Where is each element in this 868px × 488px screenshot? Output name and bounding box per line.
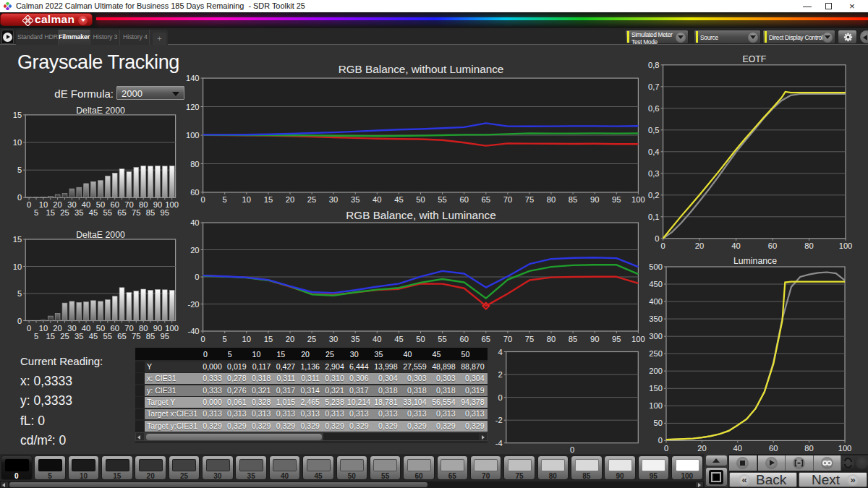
svg-text:70: 70: [503, 335, 512, 343]
svg-text:60: 60: [459, 195, 468, 204]
svg-text:0: 0: [570, 445, 574, 454]
svg-text:0,3: 0,3: [648, 169, 660, 178]
svg-text:20: 20: [190, 246, 199, 254]
svg-text:5: 5: [34, 332, 38, 341]
svg-text:35: 35: [351, 335, 359, 343]
svg-text:90: 90: [590, 335, 599, 343]
svg-text:10: 10: [13, 262, 22, 271]
svg-text:0: 0: [27, 324, 31, 333]
svg-text:100: 100: [165, 200, 179, 209]
svg-text:65: 65: [482, 195, 490, 204]
svg-text:0: 0: [498, 393, 503, 402]
svg-text:60: 60: [769, 444, 778, 453]
svg-text:0: 0: [200, 195, 205, 204]
svg-text:80: 80: [547, 335, 556, 343]
svg-text:0: 0: [17, 317, 22, 325]
svg-text:40: 40: [373, 335, 381, 343]
svg-text:75: 75: [525, 195, 534, 204]
svg-text:15: 15: [46, 208, 55, 217]
svg-text:15: 15: [13, 111, 22, 119]
svg-text:5: 5: [17, 166, 22, 174]
svg-text:120: 120: [186, 103, 200, 111]
svg-text:45: 45: [89, 332, 98, 341]
svg-text:EOTF: EOTF: [743, 54, 767, 64]
svg-text:95: 95: [161, 208, 169, 217]
svg-text:RGB Balance, with Luminance: RGB Balance, with Luminance: [346, 209, 495, 221]
svg-text:10: 10: [242, 335, 251, 343]
svg-text:90: 90: [590, 195, 599, 204]
svg-text:0: 0: [658, 436, 663, 445]
svg-text:75: 75: [132, 332, 140, 341]
svg-text:-40: -40: [187, 327, 199, 335]
svg-text:60: 60: [459, 335, 468, 343]
svg-text:95: 95: [612, 195, 621, 204]
svg-text:350: 350: [649, 314, 663, 323]
svg-text:30: 30: [329, 335, 338, 343]
svg-text:0,2: 0,2: [648, 191, 660, 200]
svg-text:0,1: 0,1: [648, 213, 660, 221]
svg-text:5: 5: [223, 195, 227, 204]
svg-text:4: 4: [498, 348, 503, 356]
svg-text:65: 65: [117, 332, 126, 341]
svg-text:RGB Balance, without Luminance: RGB Balance, without Luminance: [339, 63, 504, 75]
svg-text:100: 100: [186, 131, 200, 140]
svg-text:0,5: 0,5: [648, 126, 660, 134]
svg-text:20: 20: [286, 335, 294, 343]
svg-text:-20: -20: [187, 300, 199, 309]
svg-text:100: 100: [839, 241, 853, 250]
svg-text:80: 80: [804, 241, 813, 250]
svg-text:15: 15: [46, 332, 55, 341]
svg-text:400: 400: [649, 297, 663, 306]
svg-text:45: 45: [89, 208, 98, 217]
svg-text:0: 0: [27, 200, 31, 209]
svg-text:10: 10: [242, 195, 251, 204]
svg-text:35: 35: [75, 332, 83, 341]
svg-text:60: 60: [190, 188, 199, 197]
svg-text:55: 55: [438, 335, 446, 343]
svg-text:35: 35: [351, 195, 359, 204]
svg-text:2: 2: [498, 370, 503, 379]
svg-text:25: 25: [60, 208, 69, 217]
svg-text:15: 15: [264, 195, 273, 204]
svg-text:50: 50: [654, 419, 663, 427]
svg-text:0,4: 0,4: [648, 147, 660, 156]
svg-text:-4: -4: [495, 439, 503, 448]
svg-text:15: 15: [264, 335, 273, 343]
svg-text:85: 85: [569, 335, 577, 343]
svg-text:25: 25: [60, 332, 69, 341]
svg-text:0: 0: [655, 234, 659, 243]
svg-text:55: 55: [103, 208, 112, 217]
svg-text:0: 0: [17, 193, 22, 202]
svg-text:45: 45: [394, 335, 403, 343]
svg-text:80: 80: [547, 195, 556, 204]
svg-text:0: 0: [200, 335, 205, 343]
svg-text:25: 25: [307, 195, 316, 204]
svg-text:35: 35: [75, 208, 83, 217]
svg-text:55: 55: [103, 332, 112, 341]
svg-text:0: 0: [195, 273, 199, 281]
svg-text:20: 20: [697, 444, 706, 453]
svg-text:50: 50: [416, 195, 425, 204]
svg-text:0: 0: [664, 444, 668, 453]
svg-text:30: 30: [329, 195, 338, 204]
svg-text:5: 5: [17, 289, 22, 298]
svg-text:20: 20: [286, 195, 294, 204]
svg-text:65: 65: [117, 208, 126, 217]
svg-text:40: 40: [731, 241, 740, 250]
svg-text:50: 50: [416, 335, 425, 343]
svg-text:-2: -2: [495, 416, 503, 424]
svg-text:100: 100: [165, 324, 179, 333]
svg-text:85: 85: [146, 332, 155, 341]
svg-text:5: 5: [223, 335, 227, 343]
svg-text:Luminance: Luminance: [733, 256, 777, 266]
svg-text:300: 300: [649, 332, 663, 341]
svg-text:75: 75: [132, 208, 140, 217]
svg-text:95: 95: [612, 335, 621, 343]
svg-text:150: 150: [649, 384, 663, 393]
svg-text:60: 60: [768, 241, 777, 250]
svg-text:DeltaE 2000: DeltaE 2000: [76, 230, 125, 240]
svg-text:100: 100: [631, 335, 645, 343]
svg-text:80: 80: [190, 160, 199, 168]
svg-text:85: 85: [146, 208, 155, 217]
svg-text:100: 100: [838, 444, 852, 453]
